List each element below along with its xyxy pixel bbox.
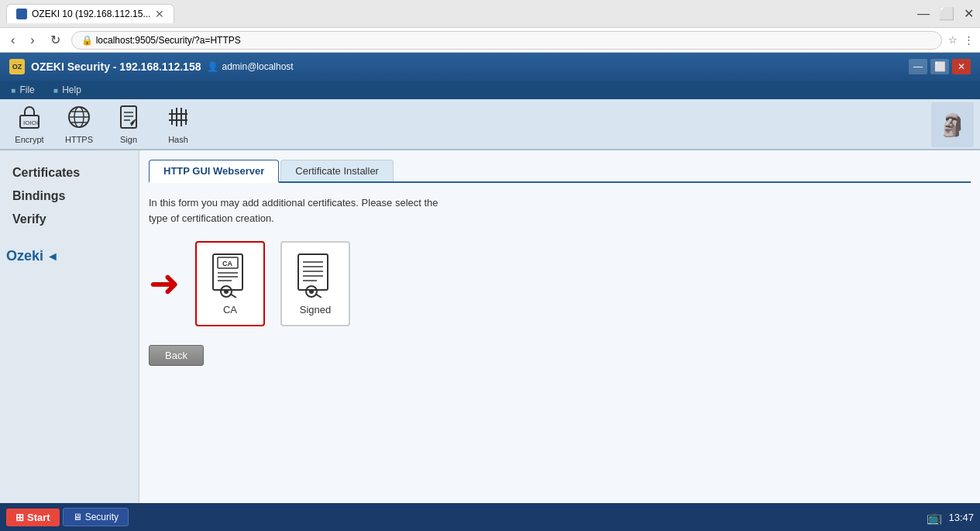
https-button[interactable]: HTTPS — [56, 102, 102, 146]
sidebar-verify-link[interactable]: Verify — [6, 209, 132, 229]
forward-nav-button[interactable]: › — [26, 32, 39, 49]
content-desc-line1: In this form you may add additional cert… — [149, 197, 438, 209]
svg-text:IOIOI: IOIOI — [23, 119, 38, 126]
hash-icon — [166, 105, 191, 133]
clock-time: 13:47 — [948, 512, 974, 523]
toolbar: IOIOI Encrypt HTTPS — [0, 99, 980, 150]
browser-window-controls: — ⬜ ✕ — [917, 6, 974, 21]
hash-button[interactable]: Hash — [155, 102, 201, 146]
tab-http-gui[interactable]: HTTP GUI Webserver — [149, 160, 279, 183]
signed-cert-option[interactable]: Signed — [280, 241, 350, 326]
browser-tab[interactable]: OZEKI 10 (192.168.112.15... ✕ — [6, 4, 174, 23]
tab-favicon — [16, 9, 27, 19]
start-button[interactable]: ⊞ Start — [6, 509, 60, 526]
content-desc-line2: type of certification creation. — [149, 212, 274, 224]
svg-line-25 — [230, 294, 236, 298]
app-close-button[interactable]: ✕ — [952, 59, 971, 74]
toolbar-logo: 🗿 — [931, 102, 974, 147]
user-name: admin@localhost — [222, 61, 293, 72]
browser-close-button[interactable]: ✕ — [964, 6, 974, 21]
browser-maximize-button[interactable]: ⬜ — [939, 6, 954, 21]
hash-label: Hash — [168, 135, 188, 144]
tab-title: OZEKI 10 (192.168.112.15... — [32, 9, 150, 19]
sign-button[interactable]: Sign — [105, 102, 152, 146]
file-bullet: ■ — [11, 86, 15, 95]
browser-address-bar: ‹ › ↻ 🔒 localhost:9505/Security/?a=HTTPS… — [0, 28, 980, 53]
https-label: HTTPS — [65, 135, 93, 144]
security-taskbar-icon: 🖥 — [73, 512, 82, 522]
sidebar: Certificates Bindings Verify Ozeki ◄ — [0, 150, 139, 503]
sign-label: Sign — [120, 135, 137, 144]
ca-cert-option[interactable]: CA CA — [195, 241, 265, 326]
app-logo: OZ — [9, 59, 25, 74]
lock-icon: 🔒 — [81, 35, 93, 46]
app-title-text: OZEKI Security - 192.168.112.158 — [31, 60, 201, 73]
encrypt-icon: IOIOI — [17, 105, 42, 133]
menu-bar: ■ File ■ Help — [0, 81, 980, 99]
taskbar-monitor-icon: 📺 — [927, 510, 942, 525]
sidebar-ozeki-section: Ozeki ◄ — [6, 248, 132, 264]
svg-line-34 — [315, 294, 322, 298]
address-bar-input[interactable]: 🔒 localhost:9505/Security/?a=HTTPS — [71, 31, 942, 50]
encrypt-button[interactable]: IOIOI Encrypt — [6, 102, 53, 146]
encrypt-label: Encrypt — [15, 135, 43, 144]
ca-cert-icon: CA — [210, 253, 250, 298]
cert-options: ➜ CA — [149, 241, 971, 326]
content-area: In this form you may add additional cert… — [149, 192, 971, 494]
right-panel: HTTP GUI Webserver Certificate Installer… — [139, 150, 980, 503]
back-button[interactable]: Back — [149, 345, 204, 366]
tab-bar: HTTP GUI Webserver Certificate Installer — [149, 160, 971, 183]
app-title-bar: OZ OZEKI Security - 192.168.112.158 👤 ad… — [0, 53, 980, 81]
security-taskbar-item[interactable]: 🖥 Security — [63, 508, 129, 526]
content-description: In this form you may add additional cert… — [149, 195, 971, 226]
refresh-nav-button[interactable]: ↻ — [46, 31, 65, 49]
sidebar-ozeki-text[interactable]: Ozeki — [6, 248, 43, 264]
tab-cert-installer[interactable]: Certificate Installer — [280, 160, 394, 181]
help-menu[interactable]: ■ Help — [49, 83, 86, 97]
back-button-container: Back — [149, 345, 971, 366]
app-minimize-button[interactable]: — — [909, 59, 927, 74]
file-menu[interactable]: ■ File — [6, 83, 40, 97]
app-window-controls: — ⬜ ✕ — [909, 59, 971, 74]
menu-icon[interactable]: ⋮ — [964, 34, 974, 46]
address-text: localhost:9505/Security/?a=HTTPS — [96, 35, 241, 46]
ca-label: CA — [223, 304, 237, 315]
selection-arrow-icon: ➜ — [149, 265, 180, 302]
back-nav-button[interactable]: ‹ — [6, 32, 19, 49]
tab-close-button[interactable]: ✕ — [155, 8, 164, 20]
sidebar-certificates-link[interactable]: Certificates — [6, 163, 132, 183]
browser-minimize-button[interactable]: — — [917, 7, 930, 21]
svg-point-24 — [224, 289, 229, 294]
start-icon: ⊞ — [15, 512, 24, 523]
svg-rect-7 — [121, 106, 136, 128]
svg-point-33 — [309, 289, 314, 294]
bookmark-icon[interactable]: ☆ — [948, 34, 958, 46]
app-window: OZ OZEKI Security - 192.168.112.158 👤 ad… — [0, 53, 980, 531]
browser-title-bar: OZEKI 10 (192.168.112.15... ✕ — ⬜ ✕ — [0, 0, 980, 28]
sidebar-bindings-link[interactable]: Bindings — [6, 186, 132, 206]
ozeki-logo-image: 🗿 — [931, 102, 974, 147]
sidebar-arrow-icon[interactable]: ◄ — [46, 250, 59, 264]
svg-rect-26 — [298, 254, 328, 290]
address-bar-icons: ☆ ⋮ — [948, 34, 974, 46]
svg-text:CA: CA — [222, 260, 232, 267]
signed-cert-icon — [295, 253, 335, 298]
start-label: Start — [27, 512, 50, 523]
taskbar-clock: 📺 13:47 — [927, 510, 974, 525]
app-user: 👤 admin@localhost — [207, 61, 293, 72]
taskbar: ⊞ Start 🖥 Security 📺 13:47 — [0, 503, 980, 531]
help-bullet: ■ — [53, 86, 58, 95]
security-taskbar-label: Security — [85, 512, 119, 522]
main-content: Certificates Bindings Verify Ozeki ◄ HTT… — [0, 150, 980, 503]
https-icon — [67, 105, 91, 133]
user-icon: 👤 — [207, 61, 218, 72]
sign-icon — [116, 105, 141, 133]
app-maximize-button[interactable]: ⬜ — [930, 59, 949, 74]
signed-label: Signed — [300, 304, 331, 315]
